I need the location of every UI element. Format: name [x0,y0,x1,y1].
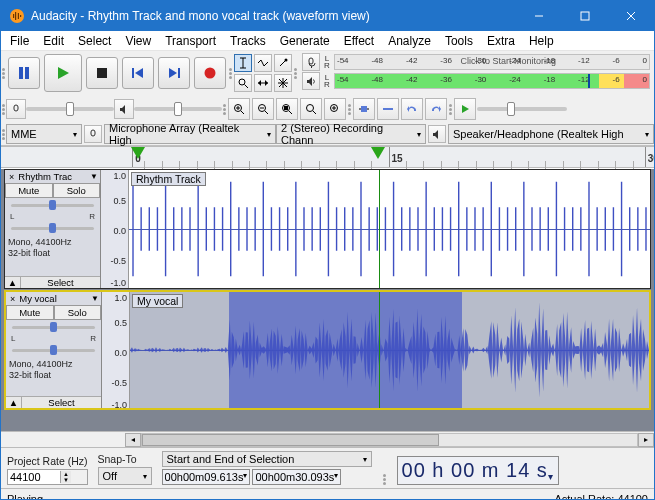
select-track-button[interactable]: Select [22,397,101,408]
zoom-in-button[interactable] [228,98,250,120]
stop-button[interactable] [86,57,118,89]
timeshift-tool[interactable] [254,74,272,92]
toolbar-grip[interactable] [448,104,453,115]
track-control-panel[interactable]: ×My vocal▼MuteSoloLRMono, 44100Hz32-bit … [6,292,102,408]
selection-tool[interactable] [234,54,252,72]
close-button[interactable] [608,1,654,31]
waveform-display[interactable]: My vocal [130,292,649,408]
minimize-button[interactable] [516,1,562,31]
menu-file[interactable]: File [3,32,36,50]
playback-meter[interactable]: -54-48-42-36-30-24-18-12-60 [334,73,650,89]
timeline-ruler[interactable]: 01530 [1,146,654,168]
rec-volume-slider[interactable] [26,99,114,119]
track-format-info: Mono, 44100Hz32-bit float [6,357,101,383]
zoom-tool[interactable] [234,74,252,92]
envelope-tool[interactable] [254,54,272,72]
vertical-scale[interactable]: 1.00.50.0-0.5-1.0 [101,170,129,288]
menu-view[interactable]: View [118,32,158,50]
track-name-menu[interactable]: My vocal [19,293,89,304]
horizontal-scrollbar[interactable]: ◂ ▸ [1,431,654,447]
track[interactable]: ×My vocal▼MuteSoloLRMono, 44100Hz32-bit … [4,290,651,410]
toolbar-grip[interactable] [382,474,387,485]
chevron-down-icon[interactable]: ▼ [90,172,98,181]
play-speed-slider[interactable] [477,99,567,119]
mic-icon [84,125,102,143]
menu-tools[interactable]: Tools [438,32,480,50]
pause-button[interactable] [8,57,40,89]
close-track-icon[interactable]: × [7,172,16,182]
zoom-out-button[interactable] [252,98,274,120]
skip-end-button[interactable] [158,57,190,89]
close-track-icon[interactable]: × [8,294,17,304]
gain-slider[interactable] [12,322,95,332]
svg-marker-32 [120,105,125,114]
chevron-down-icon[interactable]: ▼ [91,294,99,303]
snap-to-combo[interactable]: Off▾ [98,467,152,485]
scroll-thumb[interactable] [142,434,439,446]
zoom-toggle-button[interactable] [324,98,346,120]
audio-host-combo[interactable]: MME▾ [6,124,82,144]
vertical-scale[interactable]: 1.00.50.0-0.5-1.0 [102,292,130,408]
play-meter-icon[interactable] [302,72,320,90]
silence-button[interactable] [377,98,399,120]
play-volume-slider[interactable] [134,99,222,119]
redo-button[interactable] [425,98,447,120]
menu-analyze[interactable]: Analyze [381,32,438,50]
rec-device-combo[interactable]: Microphone Array (Realtek High▾ [104,124,276,144]
clip-name-tag: Rhythm Track [131,172,206,186]
pan-slider[interactable] [11,223,94,233]
rec-meter-icon[interactable] [302,53,320,71]
fit-project-button[interactable] [300,98,322,120]
svg-rect-41 [284,106,288,110]
menu-select[interactable]: Select [71,32,118,50]
track[interactable]: ×Rhythm Trac▼MuteSoloLRMono, 44100Hz32-b… [4,169,651,289]
menu-extra[interactable]: Extra [480,32,522,50]
menu-transport[interactable]: Transport [158,32,223,50]
skip-start-button[interactable] [122,57,154,89]
play-device-combo[interactable]: Speaker/Headphone (Realtek High▾ [448,124,654,144]
select-track-button[interactable]: Select [21,277,100,288]
scroll-left-button[interactable]: ◂ [125,433,141,447]
play-button[interactable] [44,54,82,92]
play-at-speed-button[interactable] [454,98,476,120]
selection-start-field[interactable]: 00h00m09.613s▾ [162,469,251,485]
menu-help[interactable]: Help [522,32,561,50]
waveform-display[interactable]: Rhythm Track [129,170,650,288]
recording-meter[interactable]: Click to Start Monitoring -54-48-42-36-3… [334,54,650,70]
record-button[interactable] [194,57,226,89]
pan-slider[interactable] [12,345,95,355]
scroll-right-button[interactable]: ▸ [638,433,654,447]
mute-button[interactable]: Mute [5,183,53,198]
menu-edit[interactable]: Edit [36,32,71,50]
trim-button[interactable] [353,98,375,120]
window-title: Audacity - Rhythm Track and mono vocal t… [31,9,516,23]
menu-generate[interactable]: Generate [273,32,337,50]
scroll-track[interactable] [141,433,638,447]
track-name-menu[interactable]: Rhythm Trac [18,171,88,182]
toolbar-grip[interactable] [222,104,227,115]
maximize-button[interactable] [562,1,608,31]
draw-tool[interactable] [274,54,292,72]
svg-line-36 [241,111,244,114]
toolbar-grip[interactable] [347,104,352,115]
menu-effect[interactable]: Effect [337,32,381,50]
collapse-button[interactable]: ▲ [6,397,22,408]
svg-marker-25 [258,80,261,86]
mute-button[interactable]: Mute [6,305,54,320]
gain-slider[interactable] [11,200,94,210]
collapse-button[interactable]: ▲ [5,277,21,288]
svg-marker-15 [169,68,177,78]
fit-selection-button[interactable] [276,98,298,120]
project-rate-field[interactable]: ▲▼ [7,469,88,485]
track-control-panel[interactable]: ×Rhythm Trac▼MuteSoloLRMono, 44100Hz32-b… [5,170,101,288]
menu-tracks[interactable]: Tracks [223,32,273,50]
multi-tool[interactable] [274,74,292,92]
selection-mode-combo[interactable]: Start and End of Selection▾ [162,451,372,467]
selection-end-field[interactable]: 00h00m30.093s▾ [252,469,341,485]
audio-position-field[interactable]: 00 h 00 m 14 s▾ [397,456,559,485]
solo-button[interactable]: Solo [54,305,102,320]
rec-meter-hint: Click to Start Monitoring [461,56,557,66]
undo-button[interactable] [401,98,423,120]
solo-button[interactable]: Solo [53,183,101,198]
rec-channels-combo[interactable]: 2 (Stereo) Recording Chann▾ [276,124,426,144]
